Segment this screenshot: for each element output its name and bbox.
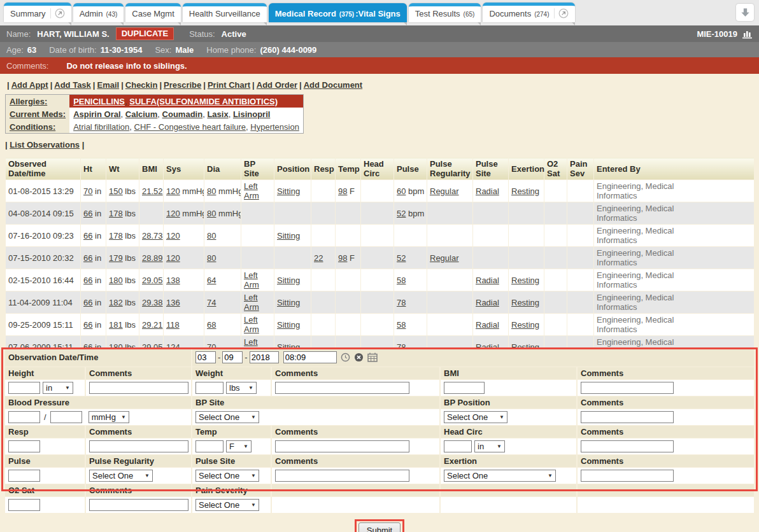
bp-position-select[interactable]: Select One▼ — [444, 411, 507, 423]
observation-value-link[interactable]: Left Arm — [244, 337, 259, 348]
temp-unit-select[interactable]: F▼ — [226, 440, 252, 452]
obs-month-input[interactable] — [195, 351, 216, 363]
observation-value-link[interactable]: 120 — [166, 231, 180, 241]
observation-value-link[interactable]: 28.73 — [142, 231, 163, 241]
bp-unit-select[interactable]: mmHg▼ — [89, 411, 129, 423]
tab-case-mgmt[interactable]: Case Mgmt — [125, 3, 180, 22]
observation-value-link[interactable]: 66 — [83, 231, 92, 241]
conditions-label-link[interactable]: Conditions: — [10, 122, 55, 132]
observation-value-link[interactable]: 80 — [207, 186, 216, 196]
observation-value-link[interactable]: Resting — [511, 342, 539, 349]
observation-value-link[interactable]: 180 — [109, 342, 123, 349]
bp-comments-input[interactable] — [581, 411, 674, 423]
observation-value-link[interactable]: 179 — [109, 253, 123, 263]
observation-value-link[interactable]: 66 — [83, 276, 92, 285]
obs-time-input[interactable] — [283, 351, 337, 363]
clear-icon[interactable] — [354, 353, 364, 362]
add-order-link[interactable]: Add Order — [257, 80, 297, 90]
observation-value-link[interactable]: 78 — [397, 342, 406, 349]
observation-value-link[interactable]: 29.21 — [142, 320, 163, 330]
height-unit-select[interactable]: in▼ — [43, 382, 73, 394]
observation-value-link[interactable]: Radial — [476, 298, 499, 307]
observation-value-link[interactable]: Sitting — [277, 186, 300, 196]
observation-value-link[interactable]: 58 — [397, 276, 406, 285]
weight-input[interactable] — [195, 382, 223, 394]
obs-day-input[interactable] — [222, 351, 243, 363]
observation-value-link[interactable]: 22 — [314, 253, 323, 263]
pulse-regularity-select[interactable]: Select One▼ — [89, 470, 153, 482]
exertion-select[interactable]: Select One▼ — [444, 470, 556, 482]
observation-value-link[interactable]: 21.52 — [142, 186, 163, 196]
condition-link[interactable]: Atrial fibrillation — [73, 122, 129, 132]
add-task-link[interactable]: Add Task — [54, 80, 91, 90]
medication-link[interactable]: Lasix — [207, 109, 228, 119]
observation-value-link[interactable]: 98 — [338, 186, 347, 196]
head-circ-input[interactable] — [444, 440, 472, 452]
observation-value-link[interactable]: Sitting — [277, 342, 300, 349]
observation-value-link[interactable]: 78 — [397, 298, 406, 307]
pulse-input[interactable] — [8, 470, 40, 482]
observation-value-link[interactable]: 60 — [397, 186, 406, 196]
observation-value-link[interactable]: Radial — [476, 186, 499, 196]
observation-value-link[interactable]: 66 — [83, 320, 92, 330]
observation-value-link[interactable]: 70 — [207, 342, 216, 349]
tab-medical-record[interactable]: Medical Record(375):Vital Signs — [269, 3, 407, 22]
tab-health-surveillance[interactable]: Health Surveillance — [183, 3, 267, 22]
observation-value-link[interactable]: Regular — [430, 253, 459, 263]
add-document-link[interactable]: Add Document — [304, 80, 362, 90]
observation-value-link[interactable]: 80 — [207, 253, 216, 263]
observation-value-link[interactable]: 178 — [109, 209, 123, 218]
observation-value-link[interactable]: 80 — [207, 209, 216, 218]
medication-link[interactable]: Lisinopril — [233, 109, 271, 119]
medication-link[interactable]: Aspirin Oral — [73, 109, 120, 119]
observation-value-link[interactable]: Sitting — [277, 320, 300, 330]
duplicate-badge[interactable]: DUPLICATE — [116, 27, 174, 40]
bp-diastolic-input[interactable] — [50, 411, 82, 423]
temp-comments-input[interactable] — [275, 440, 409, 452]
submit-button[interactable]: Submit — [358, 522, 401, 532]
observation-value-link[interactable]: 150 — [109, 186, 123, 196]
observation-value-link[interactable]: 180 — [109, 276, 123, 285]
tab-documents[interactable]: Documents(274) — [483, 3, 574, 22]
observation-value-link[interactable]: 29.05 — [142, 276, 163, 285]
download-button[interactable] — [736, 4, 754, 21]
obs-year-input[interactable] — [250, 351, 279, 363]
observation-value-link[interactable]: 136 — [166, 298, 180, 307]
pulse-site-select[interactable]: Select One▼ — [195, 470, 259, 482]
bmi-comments-input[interactable] — [581, 382, 674, 394]
observation-value-link[interactable]: 28.89 — [142, 253, 163, 263]
observation-value-link[interactable]: Left Arm — [244, 270, 259, 290]
height-comments-input[interactable] — [89, 382, 188, 394]
observation-value-link[interactable]: 68 — [207, 320, 216, 330]
head-circ-unit-select[interactable]: in▼ — [474, 440, 505, 452]
observation-value-link[interactable]: 124 — [166, 342, 180, 349]
head-circ-comments-input[interactable] — [581, 440, 674, 452]
observation-value-link[interactable]: Sitting — [277, 298, 300, 307]
observation-value-link[interactable]: 29.38 — [142, 298, 163, 307]
observation-value-link[interactable]: 58 — [397, 320, 406, 330]
weight-comments-input[interactable] — [275, 382, 409, 394]
condition-link[interactable]: Hypertension — [250, 122, 299, 132]
observation-value-link[interactable]: 98 — [338, 253, 347, 263]
calendar-icon[interactable] — [367, 353, 378, 362]
observation-value-link[interactable]: 66 — [83, 209, 92, 218]
observation-value-link[interactable]: 118 — [166, 320, 180, 330]
observation-value-link[interactable]: 181 — [109, 320, 123, 330]
observation-value-link[interactable]: 52 — [397, 253, 406, 263]
condition-link[interactable]: CHF - Congestive heart failure — [134, 122, 246, 132]
observation-value-link[interactable]: 120 — [166, 186, 180, 196]
observation-value-link[interactable]: Radial — [476, 342, 499, 349]
tab-test-results[interactable]: Test Results(65) — [409, 3, 481, 22]
resp-input[interactable] — [8, 440, 40, 452]
observation-value-link[interactable]: 120 — [166, 253, 180, 263]
observation-value-link[interactable]: 29.05 — [142, 342, 163, 349]
bp-systolic-input[interactable] — [8, 411, 40, 423]
observation-value-link[interactable]: Left Arm — [244, 181, 259, 200]
observation-value-link[interactable]: 182 — [109, 298, 123, 307]
bmi-input[interactable] — [444, 382, 485, 394]
observation-value-link[interactable]: 66 — [83, 342, 92, 349]
observation-value-link[interactable]: Left Arm — [244, 315, 259, 334]
observation-value-link[interactable]: Regular — [430, 186, 459, 196]
prescribe-link[interactable]: Prescribe — [164, 80, 201, 90]
current-meds-label-link[interactable]: Current Meds: — [10, 109, 66, 119]
